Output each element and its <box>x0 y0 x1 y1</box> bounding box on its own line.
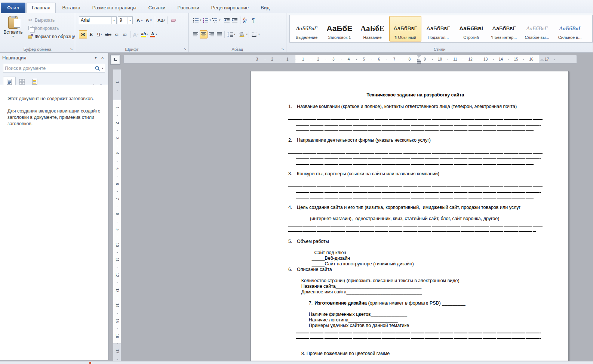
doc-line[interactable] <box>288 340 543 345</box>
style-item[interactable]: АаБбВвГ ¶ Обычный <box>389 16 421 41</box>
text-effects-button[interactable]: А▾ <box>132 30 140 38</box>
shrink-font-button[interactable]: А▼ <box>144 16 153 24</box>
doc-line[interactable]: 8. Прочие пожелания по цветовой гамме <box>288 345 543 351</box>
ribbon-tab[interactable]: Вставка <box>56 3 86 13</box>
vertical-ruler[interactable]: 1 12345678910111213141516 17 <box>113 69 121 364</box>
clear-formatting-button[interactable] <box>169 16 177 24</box>
doc-line[interactable] <box>288 143 543 149</box>
doc-line[interactable] <box>288 182 543 188</box>
dialog-launcher-icon[interactable]: ↘ <box>183 47 187 51</box>
style-item[interactable]: АаБбВвГ ¶ Без интер... <box>488 16 520 41</box>
doc-line[interactable]: (интернет-магазин), одностраничник, квиз… <box>288 210 543 216</box>
doc-line[interactable]: 2.Направление деятельности фирмы (указат… <box>288 138 543 143</box>
format-painter-button[interactable]: Формат по образцу <box>27 33 75 41</box>
style-item[interactable]: АаБбВвІ Строгий <box>455 16 487 41</box>
document-title[interactable]: Техническое задание на разработку сайта <box>288 92 543 98</box>
subscript-button[interactable]: х2 <box>113 30 121 38</box>
pane-close-button[interactable]: × <box>99 55 106 61</box>
doc-line[interactable] <box>288 154 543 160</box>
ribbon-tab[interactable]: Ссылки <box>143 3 171 13</box>
dialog-launcher-icon[interactable]: ↘ <box>69 47 74 51</box>
superscript-button[interactable]: х2 <box>121 30 129 38</box>
doc-line[interactable] <box>288 357 543 361</box>
doc-line[interactable] <box>288 109 543 115</box>
doc-line[interactable] <box>288 126 543 132</box>
font-color-button[interactable]: А ▾ <box>149 30 158 38</box>
left-indent-marker[interactable] <box>417 61 421 64</box>
doc-line[interactable] <box>288 199 543 205</box>
ribbon-tab[interactable]: Разметка страницы <box>87 3 142 13</box>
grow-font-button[interactable]: А▲ <box>135 16 144 24</box>
line-spacing-button[interactable] <box>226 30 234 38</box>
doc-line[interactable] <box>288 160 543 166</box>
status-bar[interactable] <box>0 361 593 364</box>
decrease-indent-button[interactable] <box>223 16 231 24</box>
style-item[interactable]: А <box>587 16 593 41</box>
increase-indent-button[interactable] <box>231 16 239 24</box>
document-search-input[interactable]: Поиск в документе ▾ <box>3 64 105 73</box>
right-indent-marker[interactable] <box>540 56 544 61</box>
ribbon-tab[interactable]: Главная <box>26 3 56 13</box>
align-center-button[interactable] <box>200 30 208 38</box>
ribbon-tab[interactable]: Рассылки <box>172 3 205 13</box>
doc-line[interactable]: 5.Объем работы <box>288 239 543 244</box>
change-case-button[interactable]: Аа▾ <box>156 16 166 24</box>
copy-button[interactable]: Копировать <box>27 24 75 33</box>
strikethrough-button[interactable]: abc <box>104 30 113 38</box>
doc-line[interactable] <box>288 222 543 227</box>
italic-button[interactable]: К <box>87 30 95 38</box>
ribbon-tab[interactable]: Файл <box>1 3 25 13</box>
style-item[interactable]: АаБбВвГ Подзагол... <box>422 16 454 41</box>
doc-line[interactable] <box>288 132 543 138</box>
doc-line[interactable]: 3.Конкуренты, партнеры (ссылки на сайты … <box>288 171 543 177</box>
doc-line[interactable] <box>288 177 543 182</box>
paste-button[interactable]: Вставить ▾ <box>2 15 24 44</box>
cut-button[interactable]: ✂ Вырезать <box>27 16 75 24</box>
doc-line[interactable]: _____Сайт под ключ <box>288 244 543 250</box>
document-page[interactable]: Техническое задание на разработку сайта … <box>251 71 569 361</box>
horizontal-ruler[interactable]: 321 12345678910111213141516 17 <box>123 55 577 64</box>
justify-button[interactable] <box>215 30 223 38</box>
doc-line[interactable] <box>288 334 543 340</box>
doc-line[interactable] <box>288 121 543 126</box>
doc-line[interactable] <box>288 188 543 194</box>
style-item[interactable]: АаБбЕ Заголовок 1 <box>323 16 356 41</box>
borders-button[interactable] <box>250 30 258 38</box>
doc-line[interactable] <box>288 233 543 239</box>
underline-button[interactable]: Ч▾ <box>95 30 104 38</box>
bullets-button[interactable] <box>192 16 200 24</box>
search-icon[interactable] <box>95 66 100 71</box>
bold-button[interactable]: Ж <box>79 30 87 38</box>
style-item[interactable]: АаБбВвІ Сильное в... <box>554 16 586 41</box>
sort-button[interactable]: АЯ↓ <box>242 16 249 24</box>
multilevel-list-button[interactable] <box>211 16 219 24</box>
pane-options-button[interactable]: ▾ <box>92 56 99 60</box>
style-item[interactable]: АаБбВвГ Слабое вы... <box>521 16 553 41</box>
doc-line[interactable] <box>288 227 543 233</box>
align-right-button[interactable] <box>208 30 215 38</box>
tab-stop-selector[interactable] <box>110 55 120 65</box>
show-paragraph-marks-button[interactable]: ¶ <box>249 16 257 24</box>
highlight-button[interactable]: ab ▾ <box>140 30 149 38</box>
doc-line[interactable]: Количество страниц (приложить описание и… <box>288 272 543 278</box>
shading-button[interactable] <box>238 30 246 38</box>
ribbon-tab[interactable]: Рецензирование <box>206 3 254 13</box>
chevron-down-icon[interactable]: ▾ <box>102 67 103 70</box>
ribbon-tab[interactable]: Вид <box>255 3 275 13</box>
doc-line[interactable] <box>288 115 543 121</box>
doc-line[interactable] <box>288 194 543 199</box>
doc-line[interactable]: 4.Цель создания сайта и его тип (визитка… <box>288 205 543 210</box>
doc-line[interactable]: Наличие фирменных цветов______________ <box>288 306 543 312</box>
numbering-button[interactable] <box>202 16 209 24</box>
doc-line[interactable]: 6.Описание сайта <box>288 267 543 272</box>
doc-line[interactable]: 7.Изготовление дизайна (оригинал-макет в… <box>288 295 543 300</box>
align-left-button[interactable] <box>192 30 200 38</box>
hanging-indent-marker[interactable] <box>417 56 421 61</box>
doc-line[interactable] <box>288 166 543 171</box>
style-item[interactable]: АаБбЕ Название <box>356 16 388 41</box>
style-item[interactable]: АаБбВвГ Выделение <box>291 16 323 41</box>
doc-line[interactable] <box>288 149 543 154</box>
dialog-launcher-icon[interactable]: ↘ <box>280 47 285 51</box>
font-name-combo[interactable]: Arial ▾ <box>79 16 117 24</box>
doc-line[interactable]: 1.Название компании (краткое и полное), … <box>288 104 543 109</box>
